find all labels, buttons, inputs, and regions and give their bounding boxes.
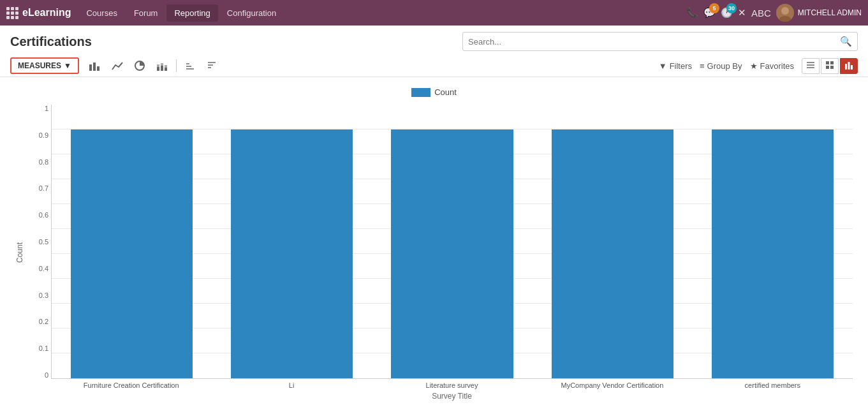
svg-rect-25 bbox=[845, 64, 847, 70]
sort-desc-button[interactable] bbox=[202, 58, 221, 73]
grid-menu-icon[interactable] bbox=[6, 7, 18, 19]
phone-icon[interactable]: 📞 bbox=[686, 7, 698, 18]
measures-label: MEASURES bbox=[18, 61, 61, 70]
svg-rect-6 bbox=[157, 67, 159, 71]
svg-rect-7 bbox=[157, 64, 159, 67]
y-tick-08: 0.8 bbox=[27, 158, 51, 166]
y-tick-01: 0.1 bbox=[27, 344, 51, 352]
measures-chevron-icon: ▼ bbox=[64, 61, 71, 70]
x-label-furniture: Furniture Creation Certification bbox=[70, 381, 192, 389]
chart-toolbar: MEASURES ▼ ▼ Filters ≡ Group By ★ Favori… bbox=[0, 55, 868, 77]
page-title: Certifications bbox=[10, 34, 92, 49]
kanban-view-button[interactable] bbox=[821, 58, 839, 74]
username: MITCHELL ADMIN bbox=[798, 8, 862, 17]
filters-button[interactable]: ▼ Filters bbox=[659, 61, 692, 71]
search-bar: 🔍 bbox=[462, 32, 858, 51]
x-label-certified: certified members bbox=[712, 381, 834, 389]
bar-certified-rect bbox=[712, 129, 834, 378]
bar-chart-view-button[interactable] bbox=[840, 58, 858, 74]
chat-icon[interactable]: 💬 5 bbox=[703, 7, 716, 18]
svg-rect-22 bbox=[830, 61, 834, 64]
chat-badge: 5 bbox=[709, 3, 719, 13]
nav-configuration[interactable]: Configuration bbox=[219, 4, 284, 22]
svg-rect-3 bbox=[93, 63, 96, 71]
favorites-label: Favorites bbox=[760, 61, 794, 71]
main-menu: Courses Forum Reporting Configuration bbox=[78, 4, 683, 22]
nav-courses[interactable]: Courses bbox=[78, 4, 124, 22]
stacked-chart-button[interactable] bbox=[152, 58, 172, 73]
group-by-button[interactable]: ≡ Group By bbox=[700, 61, 742, 71]
x-axis-title: Survey Title bbox=[51, 392, 853, 401]
svg-point-0 bbox=[781, 7, 789, 15]
y-tick-07: 0.7 bbox=[27, 184, 51, 192]
svg-rect-26 bbox=[848, 62, 850, 70]
bar-literature-rect bbox=[391, 129, 513, 378]
group-by-icon: ≡ bbox=[700, 61, 705, 71]
bar-li bbox=[231, 129, 353, 378]
view-toggle bbox=[802, 58, 858, 74]
y-tick-0: 0 bbox=[27, 371, 51, 379]
clock-badge: 30 bbox=[726, 3, 737, 13]
filter-icon: ▼ bbox=[659, 61, 667, 71]
bars-container bbox=[52, 105, 853, 378]
star-icon: ★ bbox=[750, 61, 758, 71]
y-tick-04: 0.4 bbox=[27, 265, 51, 272]
svg-rect-4 bbox=[97, 66, 99, 71]
x-labels: Furniture Creation Certification Li Lite… bbox=[51, 381, 853, 389]
svg-point-1 bbox=[779, 16, 791, 22]
svg-rect-24 bbox=[830, 66, 834, 69]
topbar-right: 📞 💬 5 🕐 30 ✕ ABC MITCHELL ADMIN bbox=[686, 4, 862, 22]
toolbar-right-section: ▼ Filters ≡ Group By ★ Favorites bbox=[659, 58, 858, 74]
brand-label: eLearning bbox=[22, 7, 71, 18]
y-tick-02: 0.2 bbox=[27, 318, 51, 325]
nav-reporting[interactable]: Reporting bbox=[166, 4, 217, 22]
bar-li-rect bbox=[231, 129, 353, 378]
svg-rect-2 bbox=[89, 64, 92, 71]
divider-1 bbox=[176, 59, 177, 72]
close-icon[interactable]: ✕ bbox=[738, 7, 746, 18]
bar-literature bbox=[391, 129, 513, 378]
page-header: Certifications 🔍 bbox=[0, 26, 868, 55]
x-label-literature: Literature survey bbox=[391, 381, 513, 389]
search-button[interactable]: 🔍 bbox=[835, 36, 857, 47]
user-menu[interactable]: MITCHELL ADMIN bbox=[776, 4, 862, 22]
chart-plot bbox=[51, 105, 853, 379]
x-label-li: Li bbox=[230, 381, 352, 389]
y-tick-05: 0.5 bbox=[27, 238, 51, 246]
pie-chart-button[interactable] bbox=[130, 58, 149, 73]
measures-button[interactable]: MEASURES ▼ bbox=[10, 57, 79, 74]
favorites-button[interactable]: ★ Favorites bbox=[750, 61, 794, 71]
filters-label: Filters bbox=[670, 61, 692, 71]
y-axis-label: Count bbox=[15, 242, 24, 263]
svg-rect-9 bbox=[161, 63, 163, 66]
chart-area: Count Count 0 0.1 0.2 0.3 0.4 0.5 0.6 0.… bbox=[0, 77, 868, 411]
svg-rect-21 bbox=[826, 61, 829, 64]
line-chart-button[interactable] bbox=[107, 58, 128, 73]
sort-asc-button[interactable] bbox=[180, 58, 200, 73]
y-tick-06: 0.6 bbox=[27, 211, 51, 219]
clock-icon[interactable]: 🕐 30 bbox=[721, 7, 733, 18]
svg-rect-23 bbox=[826, 66, 829, 69]
brand[interactable]: eLearning bbox=[6, 7, 71, 19]
top-navigation: eLearning Courses Forum Reporting Config… bbox=[0, 0, 868, 26]
avatar bbox=[776, 4, 794, 22]
bar-mycompany bbox=[552, 129, 673, 378]
legend-color-box bbox=[411, 88, 430, 97]
abc-label[interactable]: ABC bbox=[751, 8, 771, 18]
bar-chart-button[interactable] bbox=[84, 58, 105, 73]
bar-furniture-rect bbox=[71, 129, 193, 378]
svg-rect-10 bbox=[165, 68, 167, 71]
bar-mycompany-rect bbox=[552, 129, 673, 378]
chart-inner: Furniture Creation Certification Li Lite… bbox=[51, 105, 853, 401]
y-tick-09: 0.9 bbox=[27, 131, 51, 139]
y-tick-1: 1 bbox=[27, 105, 51, 112]
svg-rect-27 bbox=[851, 65, 853, 70]
list-view-button[interactable] bbox=[802, 58, 820, 74]
search-input[interactable] bbox=[463, 37, 835, 47]
y-tick-03: 0.3 bbox=[27, 292, 51, 299]
x-label-mycompany: MyCompany Vendor Certification bbox=[551, 381, 673, 389]
bar-certified bbox=[712, 129, 834, 378]
legend-label: Count bbox=[434, 87, 457, 97]
nav-forum[interactable]: Forum bbox=[126, 4, 166, 22]
svg-rect-11 bbox=[165, 65, 167, 68]
